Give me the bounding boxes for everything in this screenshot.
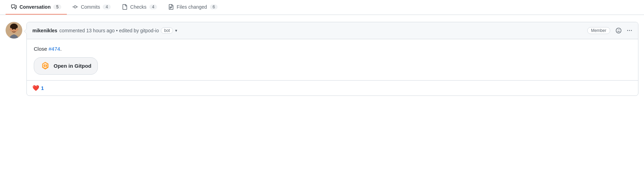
gitpod-button-label: Open in Gitpod bbox=[54, 62, 91, 70]
tab-bar: Conversation 5 Commits 4 Checks 4 Files … bbox=[0, 0, 644, 15]
comment-footer: ❤️ 1 bbox=[27, 80, 638, 96]
reaction-count: 1 bbox=[41, 85, 44, 91]
comment-body-prefix: Close bbox=[34, 46, 49, 52]
checks-icon bbox=[122, 4, 127, 10]
avatar bbox=[6, 22, 22, 39]
more-options-button[interactable]: ··· bbox=[627, 27, 633, 34]
tab-commits-badge: 4 bbox=[103, 5, 111, 9]
tab-commits-label: Commits bbox=[81, 4, 100, 10]
tab-conversation-badge: 5 bbox=[53, 5, 61, 9]
issue-link[interactable]: #474 bbox=[49, 46, 60, 52]
svg-point-3 bbox=[9, 28, 11, 31]
tab-conversation-label: Conversation bbox=[19, 4, 50, 10]
emoji-reaction-button[interactable] bbox=[614, 26, 623, 35]
tab-conversation[interactable]: Conversation 5 bbox=[6, 0, 67, 15]
svg-point-4 bbox=[16, 28, 18, 31]
tab-files-changed-label: Files changed bbox=[176, 4, 207, 10]
svg-point-7 bbox=[14, 30, 15, 31]
tab-checks-label: Checks bbox=[130, 4, 147, 10]
tab-files-changed-badge: 6 bbox=[210, 5, 218, 9]
tab-checks-badge: 4 bbox=[149, 5, 157, 9]
tab-files-changed[interactable]: Files changed 6 bbox=[163, 0, 223, 15]
open-in-gitpod-button[interactable]: Open in Gitpod bbox=[34, 57, 98, 75]
gitpod-logo-icon bbox=[40, 61, 50, 71]
comment-header-left: mikenikles commented 13 hours ago • edit… bbox=[32, 27, 177, 34]
member-badge: Member bbox=[587, 27, 610, 34]
comment-author: mikenikles bbox=[32, 28, 57, 33]
commit-icon bbox=[72, 4, 78, 10]
comment-meta: commented 13 hours ago • edited by gitpo… bbox=[60, 28, 159, 33]
main-content: mikenikles commented 13 hours ago • edit… bbox=[0, 15, 644, 103]
comment-text: Close #474. bbox=[34, 45, 631, 53]
comment-body-suffix: . bbox=[60, 46, 62, 52]
comment-header-right: Member ··· bbox=[587, 26, 633, 35]
comment-icon bbox=[11, 4, 17, 10]
comment-body: Close #474. Open in Gitpod bbox=[27, 39, 638, 80]
comment-header: mikenikles commented 13 hours ago • edit… bbox=[27, 22, 638, 39]
bot-badge: bot bbox=[161, 27, 173, 34]
heart-reaction[interactable]: ❤️ 1 bbox=[32, 85, 44, 91]
heart-emoji: ❤️ bbox=[32, 85, 39, 91]
files-icon bbox=[168, 4, 174, 10]
dropdown-arrow-icon[interactable]: ▾ bbox=[175, 28, 177, 33]
tab-commits[interactable]: Commits 4 bbox=[67, 0, 116, 15]
comment-box: mikenikles commented 13 hours ago • edit… bbox=[26, 22, 638, 96]
tab-checks[interactable]: Checks 4 bbox=[116, 0, 163, 15]
svg-point-8 bbox=[10, 24, 17, 29]
